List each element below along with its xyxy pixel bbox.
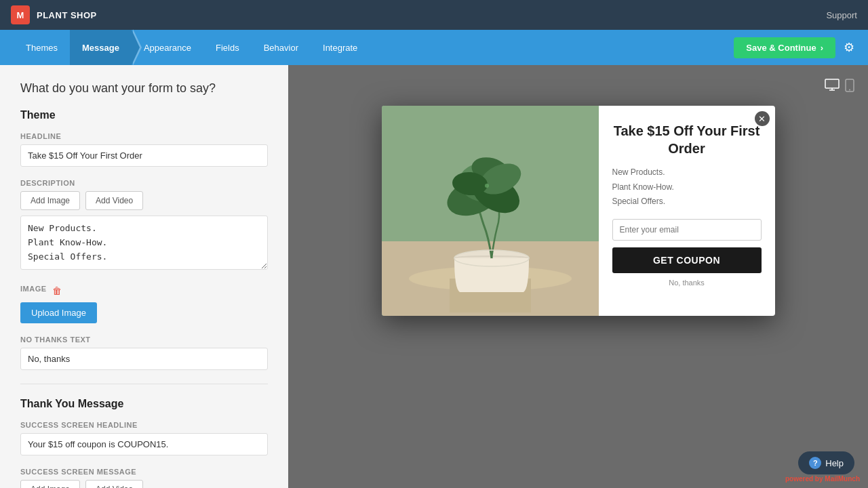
tab-integrate[interactable]: Integrate [311, 30, 370, 65]
delete-image-icon[interactable]: 🗑 [52, 285, 62, 296]
app-logo: M [11, 5, 30, 24]
svg-point-18 [485, 184, 489, 188]
success-message-field-group: SUCCESS SCREEN MESSAGE Add Image Add Vid… [20, 468, 268, 488]
top-bar-left: M PLANT SHOP [11, 5, 97, 24]
help-label: Help [825, 458, 844, 468]
nav-tabs: Themes Message Appearance Fields Behavio… [14, 30, 370, 65]
no-thanks-label: NO THANKS TEXT [20, 336, 268, 344]
save-continue-button[interactable]: Save & Continue › [734, 37, 835, 58]
tab-appearance[interactable]: Appearance [132, 30, 203, 65]
add-video-button-2[interactable]: Add Video [85, 480, 143, 488]
add-image-button-2[interactable]: Add Image [20, 480, 80, 488]
svg-point-4 [849, 89, 850, 91]
thank-you-section-title: Thank You Message [20, 398, 268, 410]
no-thanks-input[interactable] [20, 348, 268, 370]
success-headline-label: SUCCESS SCREEN HEADLINE [20, 421, 268, 429]
headline-input[interactable] [20, 144, 268, 167]
theme-section-title: Theme [20, 109, 268, 121]
view-toggle [825, 79, 854, 96]
popup-headline: Take $15 Off Your First Order [612, 122, 762, 157]
image-field-group: IMAGE 🗑 Upload Image [20, 285, 268, 323]
add-image-button[interactable]: Add Image [20, 191, 80, 210]
popup-image [382, 106, 599, 316]
image-label-row: IMAGE 🗑 [20, 285, 268, 297]
success-message-label: SUCCESS SCREEN MESSAGE [20, 468, 268, 476]
popup-no-thanks[interactable]: No, thanks [612, 279, 762, 287]
desktop-view-icon[interactable] [825, 79, 840, 96]
headline-label: HEADLINE [20, 132, 268, 140]
description-label: DESCRIPTION [20, 179, 268, 187]
help-icon: ? [809, 457, 821, 469]
upload-image-button[interactable]: Upload Image [20, 302, 97, 323]
panel-question: What do you want your form to say? [20, 81, 268, 96]
success-headline-field-group: SUCCESS SCREEN HEADLINE [20, 421, 268, 455]
tab-fields[interactable]: Fields [203, 30, 252, 65]
description-btn-group: Add Image Add Video [20, 191, 268, 210]
nav-right: Save & Continue › ⚙ [734, 37, 854, 58]
app-title: PLANT SHOP [37, 10, 97, 20]
svg-rect-0 [825, 79, 839, 88]
tab-message[interactable]: Message [70, 30, 132, 65]
add-video-button[interactable]: Add Video [85, 191, 143, 210]
help-button[interactable]: ? Help [798, 451, 854, 474]
section-divider [20, 384, 268, 384]
mobile-view-icon[interactable] [845, 79, 854, 96]
nav-bar: Themes Message Appearance Fields Behavio… [0, 30, 868, 65]
support-link[interactable]: Support [826, 10, 857, 20]
description-field-group: DESCRIPTION Add Image Add Video New Prod… [20, 179, 268, 272]
description-textarea[interactable]: New Products. Plant Know-How. Special Of… [20, 216, 268, 270]
main-layout: What do you want your form to say? Theme… [0, 65, 868, 488]
settings-icon[interactable]: ⚙ [844, 40, 854, 55]
popup-description: New Products. Plant Know-How. Special Of… [612, 165, 762, 209]
powered-by: powered by MailMunch [785, 475, 860, 483]
tab-behavior[interactable]: Behavior [252, 30, 311, 65]
left-panel: What do you want your form to say? Theme… [0, 65, 288, 488]
headline-field-group: HEADLINE [20, 132, 268, 167]
right-panel: ✕ Take $15 Off Your First Order New Prod… [288, 65, 868, 488]
popup-content: ✕ Take $15 Off Your First Order New Prod… [599, 106, 775, 316]
popup-preview: ✕ Take $15 Off Your First Order New Prod… [382, 106, 775, 316]
image-label: IMAGE [20, 285, 47, 293]
popup-email-input[interactable] [612, 219, 762, 241]
popup-cta-button[interactable]: GET COUPON [612, 247, 762, 273]
top-bar: M PLANT SHOP Support [0, 0, 868, 30]
tab-themes[interactable]: Themes [14, 30, 70, 65]
no-thanks-field-group: NO THANKS TEXT [20, 336, 268, 370]
success-headline-input[interactable] [20, 433, 268, 455]
success-message-btn-group: Add Image Add Video [20, 480, 268, 488]
popup-close-button[interactable]: ✕ [755, 111, 770, 126]
